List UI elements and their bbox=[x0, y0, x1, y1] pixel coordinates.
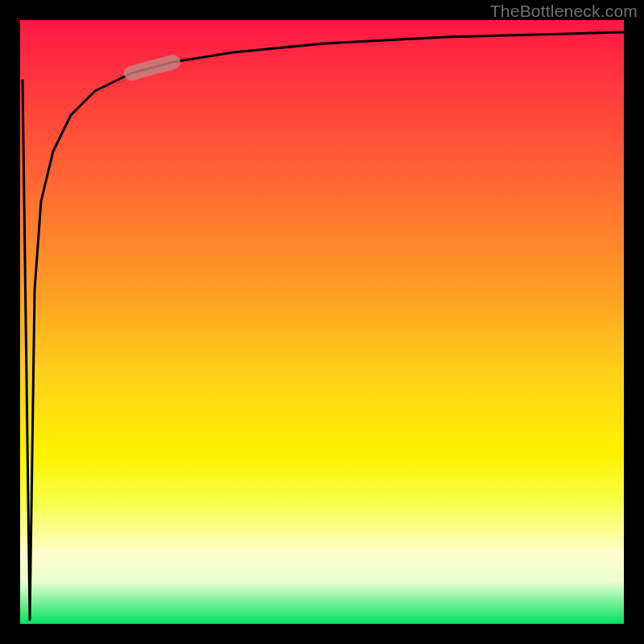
attribution-text: TheBottleneck.com bbox=[490, 2, 638, 21]
plot-gradient-bg bbox=[20, 20, 624, 624]
chart-stage: TheBottleneck.com bbox=[0, 0, 644, 644]
